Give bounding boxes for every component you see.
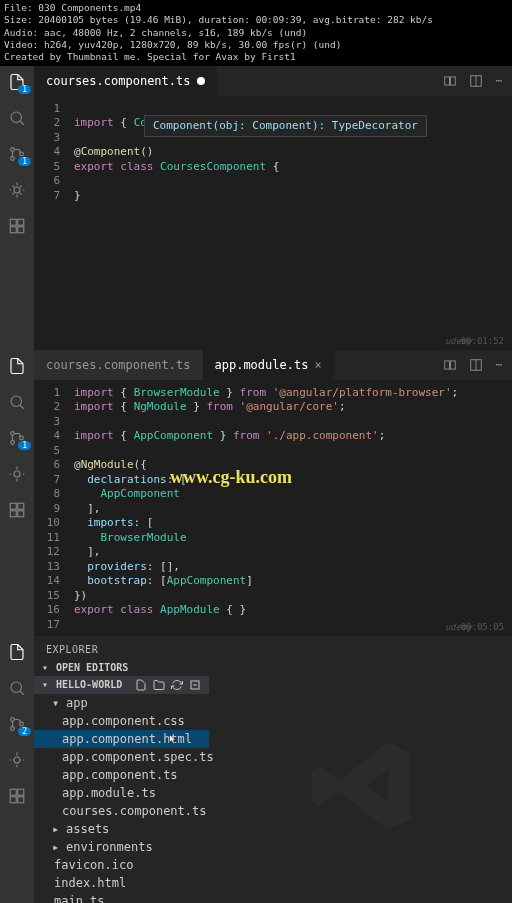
line-numbers: 1234567891011121314151617 — [34, 386, 74, 633]
compare-icon[interactable] — [443, 358, 457, 372]
debug-icon[interactable] — [7, 464, 27, 484]
code-area[interactable]: 1234567891011121314151617 import { Brows… — [34, 380, 512, 639]
file-item[interactable]: favicon.ico — [34, 856, 209, 874]
open-editors-section[interactable]: ▾ OPEN EDITORS — [34, 659, 209, 676]
chevron-right-icon: ▸ — [52, 822, 62, 836]
split-icon[interactable] — [469, 74, 483, 88]
tab-actions: ⋯ — [443, 358, 512, 372]
chevron-down-icon: ▾ — [52, 696, 62, 710]
svg-rect-36 — [10, 796, 16, 802]
new-file-icon[interactable] — [135, 679, 147, 691]
files-icon[interactable] — [7, 642, 27, 662]
code-content[interactable]: import { Component } from '@angular/core… — [74, 102, 512, 204]
tab-label: courses.component.ts — [46, 358, 191, 372]
svg-point-32 — [20, 722, 24, 726]
git-icon[interactable]: 2 — [7, 714, 27, 734]
folder-app[interactable]: ▾app — [34, 694, 209, 712]
badge: 1 — [18, 441, 31, 450]
activity-bar: 1 1 — [0, 66, 34, 350]
file-item[interactable]: main.ts — [34, 892, 209, 903]
section-label: HELLO-WORLD — [56, 679, 122, 690]
editor-panel-2: 1 courses.component.ts app.module.ts × ⋯… — [0, 350, 512, 636]
svg-point-17 — [11, 440, 15, 444]
folder-assets[interactable]: ▸assets — [34, 820, 209, 838]
new-folder-icon[interactable] — [153, 679, 165, 691]
tab-app-module[interactable]: app.module.ts × — [203, 350, 334, 380]
file-item[interactable]: app.component.ts — [34, 766, 209, 784]
collapse-icon[interactable] — [189, 679, 201, 691]
tab-actions: ⋯ — [443, 74, 512, 88]
git-icon[interactable]: 1 — [7, 428, 27, 448]
svg-rect-9 — [18, 226, 24, 232]
file-item[interactable]: app.component.spec.ts — [34, 748, 209, 766]
editor-main: courses.component.ts app.module.ts × ⋯ 1… — [34, 350, 512, 639]
badge: 1 — [18, 157, 31, 166]
code-area[interactable]: 1234567 import { Component } from '@angu… — [34, 96, 512, 210]
editor-main: courses.component.ts ⋯ 1234567 import { … — [34, 66, 512, 210]
svg-rect-37 — [18, 796, 24, 802]
file-item[interactable]: courses.component.ts — [34, 802, 209, 820]
badge: 2 — [18, 727, 31, 736]
svg-line-15 — [20, 405, 24, 409]
extensions-icon[interactable] — [7, 500, 27, 520]
tab-courses-component[interactable]: courses.component.ts — [34, 66, 217, 96]
svg-rect-7 — [18, 219, 24, 225]
svg-rect-23 — [18, 510, 24, 516]
files-icon[interactable]: 1 — [7, 72, 27, 92]
vscode-logo-icon — [306, 731, 416, 841]
debug-icon[interactable] — [7, 750, 27, 770]
cursor-icon — [167, 732, 179, 746]
file-item[interactable]: app.component.html — [34, 730, 209, 748]
more-icon[interactable]: ⋯ — [495, 74, 502, 88]
split-icon[interactable] — [469, 358, 483, 372]
line-numbers: 1234567 — [34, 102, 74, 204]
close-icon[interactable]: × — [314, 358, 321, 372]
extensions-icon[interactable] — [7, 216, 27, 236]
chevron-right-icon: ▸ — [52, 840, 62, 854]
tab-label: courses.component.ts — [46, 74, 191, 88]
refresh-icon[interactable] — [171, 679, 183, 691]
activity-bar: 2 — [0, 636, 34, 903]
chevron-down-icon: ▾ — [42, 679, 52, 690]
debug-icon[interactable] — [7, 180, 27, 200]
file-item[interactable]: index.html — [34, 874, 209, 892]
svg-point-5 — [14, 187, 20, 193]
svg-point-18 — [20, 436, 24, 440]
svg-point-19 — [14, 471, 20, 477]
search-icon[interactable] — [7, 678, 27, 698]
code-content[interactable]: import { BrowserModule } from '@angular/… — [74, 386, 512, 633]
svg-rect-11 — [451, 77, 456, 85]
svg-point-33 — [14, 757, 20, 763]
media-file-info: File: 030 Components.mp4 Size: 20400105 … — [0, 0, 512, 66]
folder-environments[interactable]: ▸environments — [34, 838, 209, 856]
timestamp: 00:01:52 — [461, 336, 504, 346]
svg-rect-34 — [10, 789, 16, 795]
svg-point-16 — [11, 431, 15, 435]
compare-icon[interactable] — [443, 74, 457, 88]
svg-rect-21 — [18, 503, 24, 509]
svg-rect-6 — [10, 219, 16, 225]
timestamp: 00:05:05 — [461, 622, 504, 632]
svg-point-28 — [11, 682, 22, 693]
svg-point-2 — [11, 147, 15, 151]
badge: 1 — [18, 85, 31, 94]
search-icon[interactable] — [7, 392, 27, 412]
overlay-watermark: www.cg-ku.com — [170, 470, 292, 485]
more-icon[interactable]: ⋯ — [495, 358, 502, 372]
svg-rect-25 — [451, 361, 456, 369]
file-item[interactable]: app.module.ts — [34, 784, 209, 802]
svg-rect-22 — [10, 510, 16, 516]
editor-empty-state — [209, 636, 512, 903]
svg-rect-20 — [10, 503, 16, 509]
file-tree: ▾app app.component.css app.component.htm… — [34, 694, 209, 903]
svg-point-3 — [11, 156, 15, 160]
project-section[interactable]: ▾ HELLO-WORLD — [34, 676, 209, 694]
svg-line-29 — [20, 691, 24, 695]
search-icon[interactable] — [7, 108, 27, 128]
git-icon[interactable]: 1 — [7, 144, 27, 164]
files-icon[interactable] — [7, 356, 27, 376]
explorer-actions — [135, 679, 201, 691]
tab-courses-component[interactable]: courses.component.ts — [34, 350, 203, 380]
extensions-icon[interactable] — [7, 786, 27, 806]
file-item[interactable]: app.component.css — [34, 712, 209, 730]
